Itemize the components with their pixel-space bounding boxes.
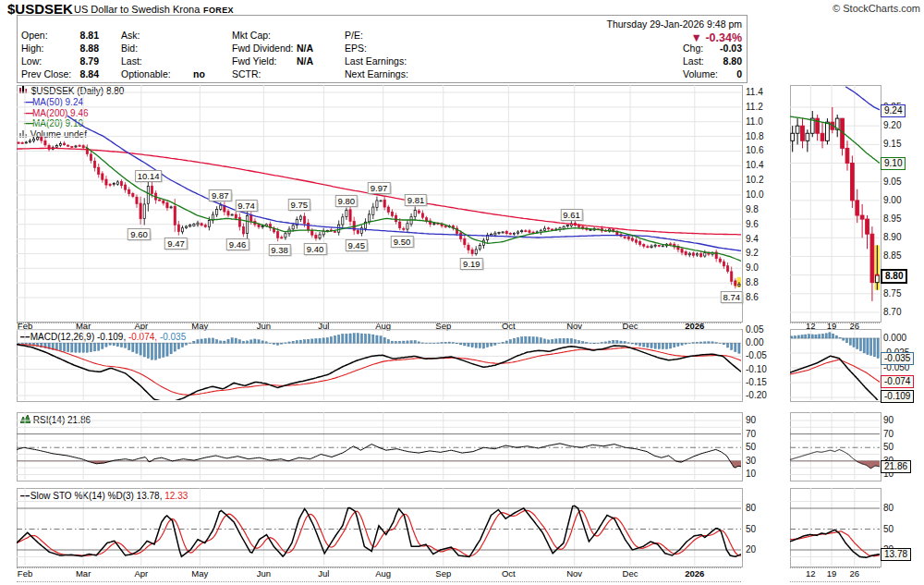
quote-label: Mkt Cap: (232, 30, 271, 41)
axis-tick-label: 0.000 (883, 334, 906, 343)
value-badge: -0.074 (881, 375, 914, 388)
axis-tick-label: 8.8 (746, 278, 759, 287)
pivot-annotation: 9.50 (391, 236, 414, 248)
axis-tick-label: 9.15 (883, 140, 901, 149)
quote-label: Optionable: (121, 68, 171, 79)
axis-tick-label: 90 (746, 416, 756, 425)
axis-tick-label: 9.0 (746, 263, 759, 273)
quote-value: -0.03 (687, 43, 742, 54)
axis-tick-label: 8.75 (883, 289, 901, 299)
pivot-annotation: 9.38 (268, 244, 291, 256)
quote-value: N/A (297, 43, 313, 54)
value-badge: 21.86 (881, 460, 911, 473)
pivot-annotation: 9.40 (304, 243, 327, 255)
pivot-annotation: 8.74 (721, 291, 744, 303)
axis-tick-label: 9.20 (883, 121, 901, 130)
pivot-annotation: 9.45 (345, 239, 368, 251)
pivot-annotation: 9.74 (235, 200, 258, 212)
x-axis-label: 19 (827, 569, 837, 579)
axis-tick-label: 8.85 (883, 251, 901, 261)
axis-tick-label: -0.15 (746, 378, 767, 387)
axis-tick-label: 8.90 (883, 233, 901, 242)
value-badge: 13.78 (881, 548, 911, 561)
quote-value: no (193, 68, 205, 79)
x-axis-label: 2026 (685, 569, 704, 579)
x-axis-label: Sep (435, 569, 451, 579)
value-badge: 9.24 (881, 104, 906, 117)
quote-value: 8.88 (58, 43, 99, 54)
x-axis-label: Mar (76, 569, 91, 579)
sto-mini-svg (790, 488, 880, 566)
axis-tick-label: 10.2 (746, 176, 763, 185)
quote-value: 8.84 (58, 68, 99, 79)
axis-tick-label: 50 (883, 525, 894, 534)
axis-tick-label: 10.4 (746, 161, 763, 170)
quote-value: 8.79 (58, 55, 99, 67)
quote-label: High: (21, 43, 44, 54)
x-axis-label: Jun (257, 569, 271, 579)
sto-main-svg (17, 488, 741, 566)
axis-tick-label: 0.05 (746, 325, 763, 335)
axis-tick-label: 9.6 (746, 220, 759, 229)
pivot-annotation: 9.87 (209, 189, 232, 201)
macd-mini-svg (790, 329, 880, 400)
x-axis-label: Apr (134, 569, 148, 579)
value-badge: -0.035 (881, 352, 914, 365)
x-axis-label: Oct (502, 569, 516, 579)
axis-tick-label: 10 (746, 469, 756, 479)
quote-label: Fwd Dividend: (232, 43, 294, 54)
quote-label: Low: (21, 55, 42, 67)
quote-label: Fwd Yield: (232, 55, 276, 67)
quote-label: Open: (21, 30, 48, 41)
mini-price-svg (790, 85, 880, 321)
macd-main-svg (17, 329, 741, 400)
quote-label: Bid: (121, 43, 138, 54)
axis-tick-label: 90 (883, 416, 894, 425)
pivot-annotation: 9.80 (334, 195, 358, 207)
pivot-annotation: 9.97 (368, 182, 391, 194)
axis-tick-label: 50 (746, 525, 756, 534)
axis-tick-label: 8.6 (746, 293, 759, 302)
axis-tick-label: 11.4 (746, 88, 763, 97)
x-axis-label: Feb (18, 569, 32, 579)
quote-label: Next Earnings: (345, 68, 408, 79)
axis-tick-label: -0.20 (746, 391, 767, 400)
x-axis-label: 12 (806, 569, 816, 579)
axis-tick-label: 50 (746, 443, 756, 452)
main-price-svg (17, 85, 741, 321)
x-axis-label: 26 (850, 569, 860, 579)
axis-tick-label: 8.95 (883, 214, 901, 224)
axis-tick-label: 80 (883, 504, 894, 513)
value-badge: 8.80 (881, 269, 907, 284)
quote-value: N/A (297, 55, 313, 67)
axis-tick-label: 9.00 (883, 196, 901, 205)
axis-tick-label: 50 (883, 443, 894, 452)
value-badge: -0.109 (881, 390, 914, 403)
value-badge: 9.10 (881, 157, 906, 170)
quote-label: Last Earnings: (345, 55, 407, 67)
pivot-annotation: 9.75 (288, 199, 311, 211)
x-axis-label: Dec (623, 569, 638, 579)
axis-tick-label: 9.4 (746, 235, 759, 244)
symbol-description: US Dollar to Swedish Krona (74, 4, 200, 15)
axis-tick-label: 9.8 (746, 205, 759, 214)
rsi-main-svg (17, 412, 741, 480)
axis-tick-label: 10.6 (746, 146, 763, 155)
rsi-mini-svg (790, 412, 880, 480)
axis-tick-row (790, 581, 880, 582)
axis-tick-row (17, 581, 741, 582)
pivot-annotation: 9.47 (164, 238, 188, 250)
axis-tick-label: 8.70 (883, 308, 901, 317)
axis-tick-label: 70 (883, 430, 894, 439)
quote-value: 8.80 (687, 55, 742, 67)
pivot-annotation: 9.19 (460, 258, 483, 270)
x-axis-label: Nov (566, 569, 582, 579)
quote-date: Thursday 29-Jan-2026 9:48 pm (606, 18, 742, 30)
quote-value: 0 (687, 68, 742, 79)
quote-summary-box: Thursday 29-Jan-2026 9:48 pm ▼ -0.34% Op… (17, 15, 748, 83)
quote-label: EPS: (345, 43, 367, 54)
pivot-annotation: 9.46 (226, 238, 249, 250)
quote-label: P/E: (345, 30, 363, 41)
axis-tick-label: 10.0 (746, 190, 763, 200)
quote-label: Ask: (121, 30, 140, 41)
